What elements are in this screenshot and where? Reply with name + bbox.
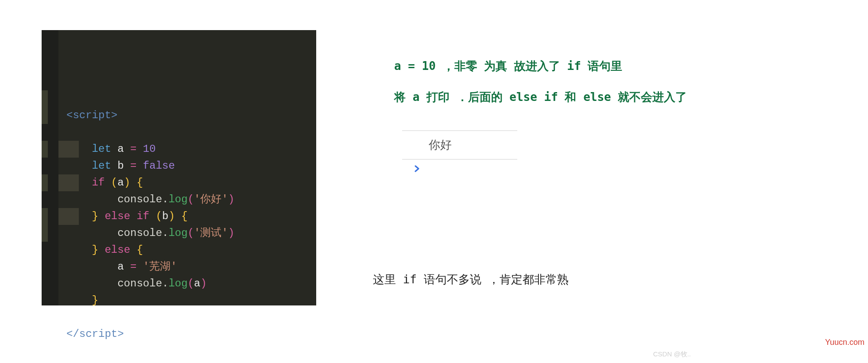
code-block: <script> let a = 10 let b = false if (a)… — [42, 30, 316, 305]
annotation-line-2: 将 a 打印 ．后面的 else if 和 else 就不会进入了 — [394, 89, 687, 106]
watermark-csdn: CSDN @牧.. — [653, 350, 691, 359]
watermark-yuucn: Yuucn.com — [825, 338, 864, 347]
tag-open: <script> — [66, 109, 117, 121]
console-output-box: 你好 — [402, 130, 517, 178]
bottom-summary-text: 这里 if 语句不多说 ，肯定都非常熟 — [373, 272, 569, 287]
console-prompt — [402, 160, 517, 178]
code-gutter — [42, 30, 58, 305]
console-output-text: 你好 — [402, 131, 517, 159]
annotation-line-1: a = 10 ，非零 为真 故进入了 if 语句里 — [394, 58, 623, 75]
code-content: <script> let a = 10 let b = false if (a)… — [58, 30, 316, 305]
tag-close: </script> — [66, 328, 124, 340]
chevron-right-icon — [414, 165, 421, 172]
kw-let: let — [92, 143, 111, 155]
